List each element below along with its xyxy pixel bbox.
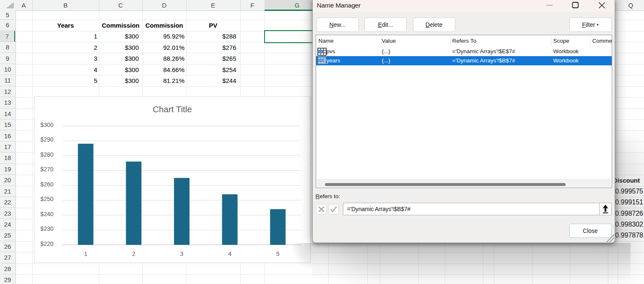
svg-text:$240: $240 <box>40 211 53 217</box>
svg-text:$260: $260 <box>40 181 53 188</box>
svg-text:3: 3 <box>180 250 184 257</box>
svg-text:$300: $300 <box>40 121 53 128</box>
svg-text:1: 1 <box>84 250 87 257</box>
svg-text:$290: $290 <box>40 136 53 143</box>
svg-text:$220: $220 <box>40 240 53 247</box>
svg-text:$230: $230 <box>40 225 53 232</box>
svg-text:5: 5 <box>276 250 280 257</box>
svg-text:$280: $280 <box>40 151 53 158</box>
svg-text:2: 2 <box>132 250 135 257</box>
svg-text:4: 4 <box>228 250 231 257</box>
svg-text:$250: $250 <box>40 196 53 202</box>
svg-text:$270: $270 <box>40 166 53 173</box>
